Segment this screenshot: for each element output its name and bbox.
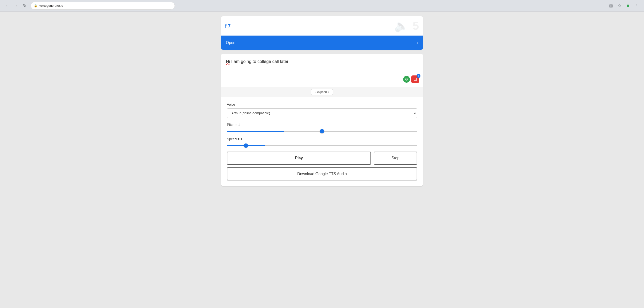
controls-section: Voice Arthur (offline-compatible) Google…	[221, 97, 423, 186]
content-wrapper: f 7 🔈 5 Open › Hi I am going to college …	[221, 16, 423, 186]
text-icons: G ⚀ 1	[403, 76, 419, 83]
top-partial-card: f 7 🔈 5 Open ›	[221, 16, 423, 50]
text-area-section[interactable]: Hi I am going to college call later G ⚀ …	[221, 54, 423, 87]
browser-chrome: ← → ↻ 🔒 voicegenerator.io ▦ ☆ ■ ⋮	[0, 0, 644, 12]
decorative-icons: 🔈 5	[394, 19, 419, 33]
typo-word: Hi	[226, 59, 230, 64]
speed-label: Speed = 1	[227, 137, 417, 141]
badge: 1	[416, 74, 420, 78]
menu-icon[interactable]: ⋮	[634, 3, 640, 9]
speed-slider-container	[227, 143, 417, 147]
voice-control-group: Voice Arthur (offline-compatible) Google…	[227, 103, 417, 118]
pitch-slider[interactable]	[227, 131, 417, 132]
nav-buttons: ← → ↻	[4, 3, 28, 9]
stop-button[interactable]: Stop	[374, 152, 417, 165]
top-card-header: f 7 🔈 5	[221, 16, 423, 36]
expand-bar: ↓ expand ↓	[221, 87, 423, 97]
voice-select[interactable]: Arthur (offline-compatible) Google US En…	[227, 108, 417, 118]
address-bar[interactable]: 🔒 voicegenerator.io	[31, 2, 175, 10]
extension-icon[interactable]: ■	[625, 3, 632, 9]
expand-button[interactable]: ↓ expand ↓	[311, 89, 333, 95]
screen-capture-icon[interactable]: ▦	[608, 3, 614, 9]
reload-button[interactable]: ↻	[21, 3, 28, 9]
bookmark-icon[interactable]: ☆	[616, 3, 623, 9]
play-button[interactable]: Play	[227, 152, 371, 165]
lock-icon: 🔒	[34, 4, 38, 8]
open-button-label: Open	[226, 41, 235, 45]
forward-button[interactable]: →	[12, 3, 19, 9]
open-button[interactable]: Open ›	[221, 36, 423, 50]
play-stop-buttons: Play Stop	[227, 152, 417, 165]
dice-icon[interactable]: ⚀ 1	[411, 76, 419, 83]
main-card: Hi I am going to college call later G ⚀ …	[221, 54, 423, 186]
page-content: f 7 🔈 5 Open › Hi I am going to college …	[0, 12, 644, 191]
text-display: Hi I am going to college call later	[226, 58, 418, 78]
browser-actions: ▦ ☆ ■ ⋮	[608, 3, 640, 9]
open-arrow-icon: ›	[416, 40, 418, 45]
download-button[interactable]: Download Google TTS Audio	[227, 167, 417, 180]
url-text: voicegenerator.io	[40, 4, 63, 8]
pitch-label: Pitch = 1	[227, 123, 417, 127]
blue-partial-text: f 7	[225, 23, 230, 29]
pitch-control-group: Pitch = 1	[227, 123, 417, 132]
speed-control-group: Speed = 1	[227, 137, 417, 147]
speed-slider[interactable]	[227, 145, 417, 146]
back-button[interactable]: ←	[4, 3, 10, 9]
grammarly-icon[interactable]: G	[403, 76, 410, 83]
voice-label: Voice	[227, 103, 417, 106]
pitch-slider-container	[227, 129, 417, 132]
text-content: I am going to college call later	[230, 59, 288, 64]
